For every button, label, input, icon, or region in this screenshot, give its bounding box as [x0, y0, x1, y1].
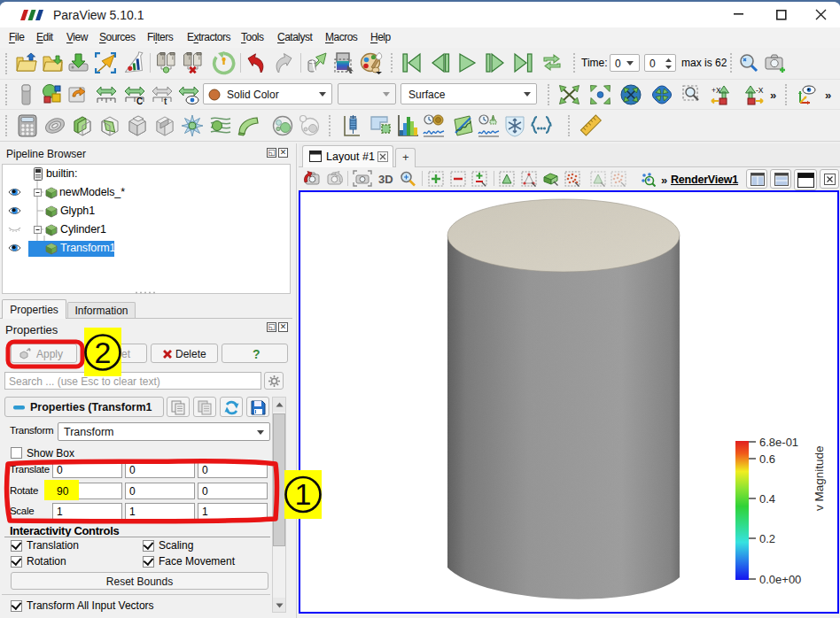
svg-text:2: 2 [95, 336, 112, 369]
svg-text:0.4: 0.4 [759, 492, 775, 506]
svg-text:v Magnitude: v Magnitude [813, 445, 826, 511]
svg-text:6.8e-01: 6.8e-01 [759, 436, 798, 449]
svg-text:0.6: 0.6 [759, 452, 775, 466]
svg-text:+X: +X [712, 86, 721, 95]
svg-text:-X: -X [756, 86, 764, 95]
svg-text:0.2: 0.2 [759, 532, 775, 545]
svg-text:1: 1 [295, 477, 312, 511]
svg-text:C: C [136, 97, 143, 104]
svg-text:0.0e+00: 0.0e+00 [759, 573, 801, 586]
